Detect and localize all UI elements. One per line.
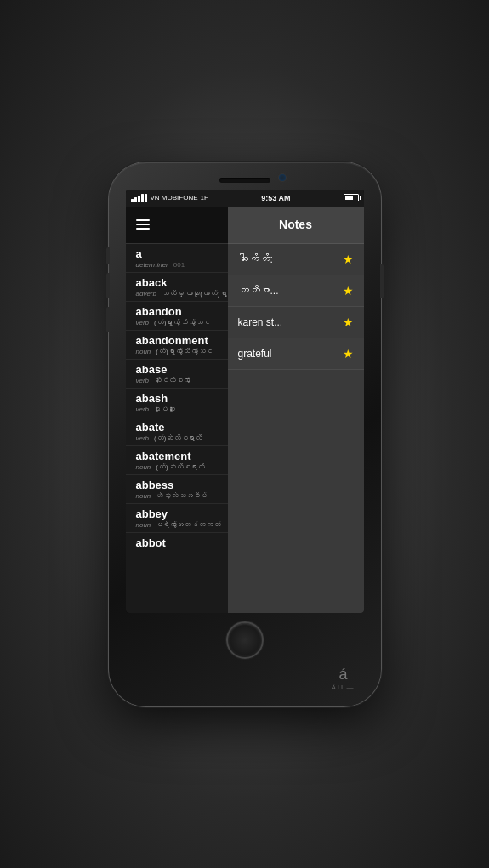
- dict-def: ဒုးပ်ဆူး: [154, 406, 175, 413]
- status-left: VN MOBIFONE 1P: [131, 194, 209, 202]
- note-item[interactable]: karen st... ★: [228, 307, 364, 338]
- note-item[interactable]: ကကီဂာ... ★: [228, 275, 364, 307]
- dict-pos: noun: [136, 348, 151, 355]
- dict-pos: verb: [136, 319, 150, 326]
- dict-def: (တ်)ဆဲလီစရာလီ: [154, 434, 202, 442]
- battery-icon: [344, 194, 359, 201]
- star-icon[interactable]: ★: [343, 347, 354, 360]
- dict-def: (တ်)ရှားကွာ်သီကွာ်သင: [154, 319, 210, 326]
- dict-def: (တ်)ဆဲလီစရာလီ: [156, 463, 204, 471]
- dict-pos: determiner: [136, 261, 168, 269]
- notes-panel: Notes ဆါကိုတိ: ★ ကကီဂာ... ★ karen st... …: [228, 207, 364, 613]
- dict-def: (တ်)ရှားကွာ်သီကွာ်သင: [156, 348, 212, 355]
- hamburger-line-1: [136, 219, 150, 221]
- dict-pos: noun: [136, 521, 151, 529]
- signal-bar-3: [138, 196, 140, 202]
- dict-pos: noun: [136, 463, 151, 471]
- phone-screen: VN MOBIFONE 1P 9:53 AM: [126, 190, 364, 613]
- dict-def: သေလိမ္ တာဖူး(လောတ်)ရွး: [162, 290, 227, 298]
- phone-camera: [279, 174, 286, 181]
- dict-pos: adverb: [136, 290, 156, 298]
- volume-down-button[interactable]: [106, 307, 110, 332]
- dict-num: 001: [173, 261, 185, 269]
- home-button[interactable]: [226, 621, 264, 659]
- logo-text: ÂIL—: [331, 684, 355, 691]
- dict-pos: noun: [136, 492, 151, 500]
- dict-def: ဆိုင်လီစကွာ်: [154, 377, 190, 384]
- volume-up-button[interactable]: [106, 273, 110, 298]
- notes-header: Notes: [228, 207, 364, 244]
- note-text: ဆါကိုတိ:: [238, 253, 338, 265]
- star-icon[interactable]: ★: [343, 252, 354, 266]
- signal-bar-1: [131, 199, 134, 202]
- phone-speaker: [219, 178, 270, 183]
- signal-bar-4: [141, 194, 144, 202]
- phone-device: VN MOBIFONE 1P 9:53 AM: [109, 162, 381, 706]
- dict-pos: verb: [136, 434, 150, 442]
- silent-switch[interactable]: [106, 247, 110, 264]
- dict-pos: verb: [136, 406, 150, 413]
- note-item[interactable]: grateful ★: [228, 338, 364, 370]
- notes-list: ဆါကိုတိ: ★ ကကီဂာ... ★ karen st... ★ grat…: [228, 244, 364, 613]
- dict-def: ဟိသဲ့လဲသအဓိပ်: [156, 492, 207, 500]
- status-right: [344, 194, 359, 201]
- signal-bar-5: [145, 194, 147, 202]
- network-type: 1P: [201, 194, 209, 201]
- note-item[interactable]: ဆါကိုတိ: ★: [228, 244, 364, 275]
- menu-button[interactable]: [136, 219, 150, 230]
- note-text: grateful: [238, 348, 338, 360]
- carrier-name: VN MOBIFONE: [151, 194, 198, 201]
- note-text: ကကီဂာ...: [238, 285, 338, 297]
- note-text: karen st...: [238, 316, 338, 328]
- status-time: 9:53 AM: [261, 194, 290, 202]
- hamburger-line-3: [136, 228, 150, 230]
- app-content: a determiner 001 aback adverb သေလိမ္ တာဖ…: [126, 207, 364, 613]
- power-button[interactable]: [380, 264, 384, 298]
- notes-title: Notes: [279, 218, 312, 231]
- signal-bar-2: [134, 197, 137, 202]
- battery-fill: [345, 196, 354, 200]
- logo-area: á ÂIL—: [331, 667, 355, 691]
- hamburger-line-2: [136, 224, 150, 225]
- status-bar: VN MOBIFONE 1P 9:53 AM: [126, 190, 364, 207]
- dict-pos: verb: [136, 377, 150, 384]
- star-icon[interactable]: ★: [343, 284, 354, 298]
- signal-strength: [131, 194, 147, 202]
- logo-icon: á: [338, 667, 347, 682]
- star-icon[interactable]: ★: [343, 315, 354, 329]
- dict-def: မရိကွာ်အတဒ်တကတ်: [156, 521, 221, 529]
